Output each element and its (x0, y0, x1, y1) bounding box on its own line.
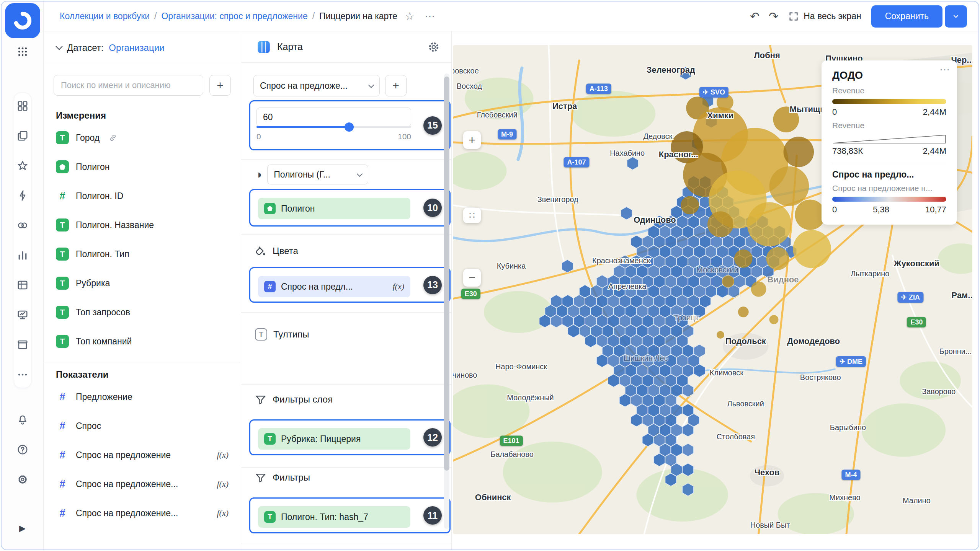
storage-icon[interactable] (14, 336, 31, 353)
favorite-star-icon[interactable]: ☆ (403, 10, 417, 23)
opacity-value-input[interactable] (256, 108, 411, 127)
divider (241, 234, 451, 235)
favorites-icon[interactable] (14, 157, 31, 174)
dimension-row[interactable]: TПолигон. Название (44, 210, 241, 240)
revenue-bubble[interactable] (747, 202, 792, 246)
apps-grid-icon[interactable] (14, 43, 31, 60)
scrollbar-thumb[interactable] (444, 77, 449, 471)
revenue-bubble[interactable] (769, 166, 809, 206)
revenue-bubble[interactable] (793, 230, 831, 268)
dimension-row[interactable]: TТоп компаний (44, 327, 241, 356)
save-button[interactable]: Сохранить (871, 5, 942, 28)
opacity-slider[interactable] (256, 126, 411, 128)
revenue-bubble[interactable] (783, 137, 814, 167)
measure-row[interactable]: #Спрос на предложение...f(x) (44, 469, 241, 499)
map-city-label: Малино (903, 496, 931, 505)
chevron-down-icon[interactable] (56, 43, 62, 50)
geotype-selector[interactable]: Полигоны (Г... (267, 165, 368, 184)
collapse-rail-icon[interactable]: ▶ (19, 523, 26, 533)
highlight-geofield: Полигон 10 (249, 189, 451, 227)
string-field-icon: T (56, 131, 69, 144)
revenue-bubble[interactable] (734, 249, 753, 268)
dimension-row[interactable]: TПолигон. Тип (44, 240, 241, 269)
redo-icon[interactable]: ↷ (769, 10, 778, 23)
map-city-label: Наро-Фоминск (495, 362, 547, 371)
search-input[interactable] (54, 75, 203, 96)
legend-revenue-size-label: Revenue (832, 121, 946, 130)
add-field-button[interactable]: + (209, 75, 231, 96)
revenue-bubble[interactable] (717, 331, 724, 339)
zoom-out-button[interactable]: − (463, 269, 481, 287)
divider (241, 467, 451, 468)
revenue-bubble[interactable] (738, 306, 749, 317)
chart-settings-gear-icon[interactable] (428, 41, 440, 53)
datalens-logo-icon[interactable] (5, 3, 40, 38)
undo-icon[interactable]: ↶ (750, 10, 760, 23)
measure-row[interactable]: #Спрос на предложениеf(x) (44, 440, 241, 469)
save-options-button[interactable] (945, 5, 967, 28)
measure-row[interactable]: #Спрос на предложение...f(x) (44, 499, 241, 528)
tables-icon[interactable] (14, 277, 31, 293)
more-icon[interactable] (14, 366, 31, 383)
dimension-row[interactable]: TГород (44, 123, 241, 152)
breadcrumb-item[interactable]: Коллекции и воркбуки (60, 11, 150, 21)
geofield-chip[interactable]: Полигон (258, 198, 410, 219)
monitoring-icon[interactable] (14, 306, 31, 323)
dimension-row[interactable]: TТоп запросов (44, 298, 241, 327)
divider (241, 312, 451, 313)
dashboards-icon[interactable] (14, 98, 31, 114)
hexbin[interactable] (683, 443, 694, 456)
chart-type-title: Карта (277, 41, 303, 52)
layer-selector[interactable]: Спрос на предложе... (253, 75, 380, 96)
help-icon[interactable] (14, 441, 31, 458)
highlight-opacity-slider: 0 100 15 (249, 100, 451, 150)
breadcrumb-item[interactable]: Организации: спрос и предложение (161, 11, 307, 21)
revenue-bubble[interactable] (722, 276, 734, 288)
settings-icon[interactable] (14, 471, 31, 488)
measure-row[interactable]: #Предложение (44, 382, 241, 411)
revenue-bubble[interactable] (795, 199, 825, 230)
revenue-bubble[interactable] (769, 315, 779, 324)
revenue-bubble[interactable] (751, 282, 766, 297)
revenue-bubble[interactable] (681, 196, 699, 214)
zoom-drag-handle[interactable]: ∷ (463, 208, 481, 223)
notifications-icon[interactable] (14, 411, 31, 429)
more-actions-icon[interactable]: ⋯ (422, 10, 438, 23)
revenue-bubble[interactable] (766, 247, 789, 270)
filter-chip[interactable]: T Полигон. Тип: hash_7 (258, 506, 410, 528)
legend-revenue-color-label: Revenue (832, 86, 946, 95)
slider-knob[interactable] (345, 122, 354, 132)
map-city-label: Рам... (952, 290, 972, 300)
slider-min-label: 0 (256, 132, 261, 141)
step-badge: 15 (423, 116, 442, 135)
size-min: 738,83К (832, 146, 863, 156)
add-layer-button[interactable]: + (385, 75, 407, 96)
charts-icon[interactable] (14, 247, 31, 264)
fullscreen-button[interactable]: На весь экран (788, 11, 861, 22)
geotype-selector-value: Полигоны (Г... (274, 170, 330, 180)
quick-charts-icon[interactable] (14, 187, 31, 204)
map-city-label: Одинцово (634, 215, 676, 225)
map-canvas[interactable]: ровскоеВосходГлебовскийИстраДедовскНахаб… (453, 45, 972, 534)
services-icon[interactable] (14, 217, 31, 234)
step-badge: 13 (423, 276, 442, 294)
dimension-row[interactable]: #Полигон. ID (44, 181, 241, 210)
hexbin[interactable] (621, 207, 632, 220)
dataset-name-link[interactable]: Организации (109, 42, 164, 53)
field-label: Топ запросов (76, 307, 130, 318)
dimension-row[interactable]: Полигон (44, 152, 241, 181)
measure-row[interactable]: #Спрос (44, 411, 241, 440)
formula-icon: f(x) (392, 282, 404, 292)
map-city-label: Новый Быт (750, 521, 790, 529)
workbooks-icon[interactable] (14, 127, 31, 144)
legend-demand-sub: Спрос на предложение н... (832, 184, 946, 193)
dimension-row[interactable]: TРубрика (44, 269, 241, 298)
legend-more-icon[interactable]: ⋯ (939, 64, 950, 75)
zoom-in-button[interactable]: + (463, 131, 481, 149)
panel-scrollbar[interactable] (444, 73, 449, 529)
layer-filter-chip[interactable]: T Рубрика: Пиццерия (258, 428, 410, 450)
revenue-bubble[interactable] (707, 211, 733, 237)
map-city-label: Молодёжный (507, 393, 554, 402)
colors-field-chip[interactable]: # Спрос на предл... f(x) (258, 276, 410, 297)
hexbin[interactable] (627, 157, 638, 170)
